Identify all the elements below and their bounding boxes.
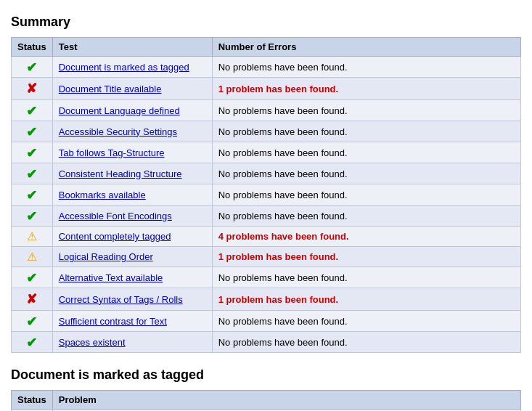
- detail-table: Status Problem No problems have been fou…: [11, 390, 521, 411]
- table-row: Accessible Security SettingsNo problems …: [12, 121, 521, 142]
- error-cell: No problems have been found.: [212, 163, 520, 184]
- warning-icon: [27, 232, 37, 243]
- test-cell: Accessible Font Encodings: [52, 206, 212, 227]
- test-link[interactable]: Logical Reading Order: [59, 251, 153, 262]
- test-link[interactable]: Accessible Font Encodings: [59, 211, 172, 221]
- check-icon: [25, 124, 38, 137]
- error-cell: No problems have been found.: [212, 206, 520, 227]
- error-icon: [26, 295, 37, 306]
- table-row: Content completely tagged4 problems have…: [12, 227, 521, 247]
- test-link[interactable]: Tab follows Tag-Structure: [59, 147, 165, 158]
- table-row: Accessible Font EncodingsNo problems hav…: [12, 206, 521, 227]
- status-cell: [12, 121, 53, 142]
- error-cell: 1 problem has been found.: [212, 78, 520, 100]
- test-cell: Spaces existent: [52, 332, 212, 353]
- col-errors: Number of Errors: [212, 38, 520, 57]
- test-link[interactable]: Correct Syntax of Tags / Rolls: [59, 294, 183, 305]
- status-cell: [12, 142, 53, 163]
- table-row: Document Title available1 problem has be…: [12, 78, 521, 100]
- test-cell: Consistent Heading Structure: [52, 163, 212, 184]
- test-cell: Sufficient contrast for Text: [52, 311, 212, 332]
- test-link[interactable]: Content completely tagged: [59, 231, 171, 242]
- detail-col-problem: Problem: [52, 391, 520, 410]
- table-row: Bookmarks availableNo problems have been…: [12, 184, 521, 206]
- check-icon: [25, 314, 38, 327]
- error-cell: No problems have been found.: [212, 267, 520, 288]
- test-cell: Tab follows Tag-Structure: [52, 142, 212, 163]
- test-cell: Bookmarks available: [52, 184, 212, 206]
- check-icon: [25, 103, 38, 116]
- test-link[interactable]: Document Language defined: [59, 105, 180, 116]
- status-cell: [12, 206, 53, 227]
- status-cell: [12, 78, 53, 100]
- status-cell: [12, 100, 53, 121]
- table-row: Tab follows Tag-StructureNo problems hav…: [12, 142, 521, 163]
- table-row: Document is marked as taggedNo problems …: [12, 57, 521, 78]
- table-row: Sufficient contrast for TextNo problems …: [12, 311, 521, 332]
- status-cell: [12, 227, 53, 247]
- error-cell: 1 problem has been found.: [212, 247, 520, 267]
- test-link[interactable]: Accessible Security Settings: [59, 126, 177, 137]
- status-cell: [12, 311, 53, 332]
- test-cell: Accessible Security Settings: [52, 121, 212, 142]
- check-icon: [25, 60, 38, 73]
- detail-title: Document is marked as tagged: [11, 367, 521, 383]
- warning-icon: [27, 252, 37, 263]
- error-cell: No problems have been found.: [212, 311, 520, 332]
- status-cell: [12, 163, 53, 184]
- status-cell: [12, 184, 53, 206]
- error-cell: 4 problems have been found.: [212, 227, 520, 247]
- table-row: Document Language definedNo problems hav…: [12, 100, 521, 121]
- table-row: Consistent Heading StructureNo problems …: [12, 163, 521, 184]
- error-cell: No problems have been found.: [212, 332, 520, 353]
- check-icon: [25, 208, 38, 221]
- summary-title: Summary: [11, 15, 521, 30]
- error-cell: No problems have been found.: [212, 57, 520, 78]
- test-cell: Document Language defined: [52, 100, 212, 121]
- check-icon: [25, 335, 38, 348]
- test-cell: Document is marked as tagged: [52, 57, 212, 78]
- table-row: Spaces existentNo problems have been fou…: [12, 332, 521, 353]
- detail-col-status: Status: [12, 391, 53, 410]
- table-row: Correct Syntax of Tags / Rolls1 problem …: [12, 288, 521, 311]
- col-status: Status: [12, 38, 53, 57]
- error-icon: [26, 84, 37, 95]
- status-cell: [12, 288, 53, 311]
- check-icon: [25, 166, 38, 179]
- test-cell: Correct Syntax of Tags / Rolls: [52, 288, 212, 311]
- test-link[interactable]: Spaces existent: [59, 337, 126, 348]
- table-row: Logical Reading Order1 problem has been …: [12, 247, 521, 267]
- error-cell: 1 problem has been found.: [212, 288, 520, 311]
- check-icon: [25, 270, 38, 283]
- test-link[interactable]: Alternative Text available: [59, 272, 163, 283]
- error-cell: No problems have been found.: [212, 184, 520, 206]
- test-link[interactable]: Document is marked as tagged: [59, 62, 189, 73]
- test-link[interactable]: Document Title available: [59, 84, 162, 94]
- test-link[interactable]: Consistent Heading Structure: [59, 168, 182, 179]
- error-cell: No problems have been found.: [212, 142, 520, 163]
- test-cell: Document Title available: [52, 78, 212, 100]
- test-link[interactable]: Bookmarks available: [59, 190, 146, 200]
- status-cell: [12, 247, 53, 267]
- test-cell: Logical Reading Order: [52, 247, 212, 267]
- check-icon: [25, 145, 38, 158]
- status-cell: [12, 57, 53, 78]
- error-cell: No problems have been found.: [212, 121, 520, 142]
- error-cell: No problems have been found.: [212, 100, 520, 121]
- test-cell: Content completely tagged: [52, 227, 212, 247]
- summary-table: Status Test Number of Errors Document is…: [11, 37, 521, 353]
- test-cell: Alternative Text available: [52, 267, 212, 288]
- test-link[interactable]: Sufficient contrast for Text: [59, 316, 167, 327]
- status-cell: [12, 267, 53, 288]
- table-row: Alternative Text availableNo problems ha…: [12, 267, 521, 288]
- col-test: Test: [52, 38, 212, 57]
- check-icon: [25, 187, 38, 200]
- status-cell: [12, 332, 53, 353]
